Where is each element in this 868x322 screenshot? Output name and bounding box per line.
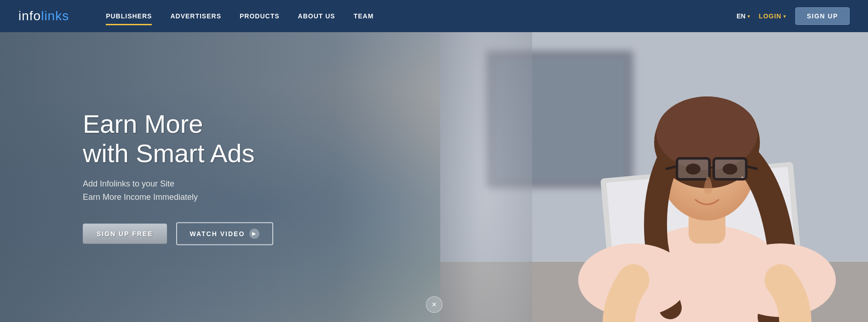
svg-point-19	[686, 164, 701, 175]
scroll-indicator[interactable]: ✕	[426, 296, 443, 313]
nav-publishers[interactable]: PUBLISHERS	[106, 9, 152, 23]
subtext-line1: Add Infolinks to your Site	[83, 179, 174, 188]
nav-team[interactable]: TEAM	[354, 9, 374, 23]
logo[interactable]: infolinks	[18, 9, 69, 23]
svg-point-20	[723, 164, 737, 175]
hero-watch-video-button[interactable]: WATCH VIDEO ▶	[176, 222, 274, 245]
subtext-line2: Earn More Income Immediately	[83, 192, 198, 202]
nav-advertisers[interactable]: ADVERTISERS	[170, 9, 221, 23]
scroll-icon: ✕	[431, 301, 437, 308]
login-label: LOGIN	[759, 12, 782, 20]
headline-line1: Earn More	[83, 109, 203, 138]
hero-section: Earn More with Smart Ads Add Infolinks t…	[0, 32, 868, 322]
hero-signup-button[interactable]: SIGN UP FREE	[83, 224, 167, 244]
nav-products[interactable]: PRODUCTS	[240, 9, 280, 23]
signup-button[interactable]: SIGN UP	[795, 7, 850, 25]
headline-line2: with Smart Ads	[83, 139, 254, 168]
logo-text: infolinks	[18, 9, 69, 23]
hero-headline: Earn More with Smart Ads	[83, 109, 273, 168]
hero-subtext: Add Infolinks to your Site Earn More Inc…	[83, 177, 273, 204]
hero-content: Earn More with Smart Ads Add Infolinks t…	[83, 109, 273, 245]
nav-about-us[interactable]: ABOUT US	[298, 9, 335, 23]
chevron-down-icon: ▾	[783, 14, 786, 19]
login-button[interactable]: LOGIN ▾	[759, 12, 786, 20]
main-nav: PUBLISHERS ADVERTISERS PRODUCTS ABOUT US…	[106, 9, 736, 23]
hero-buttons: SIGN UP FREE WATCH VIDEO ▶	[83, 222, 273, 245]
chevron-down-icon: ▾	[747, 14, 750, 19]
language-selector[interactable]: EN ▾	[736, 12, 749, 20]
hero-image	[440, 32, 868, 322]
play-icon: ▶	[249, 229, 259, 239]
site-header: infolinks PUBLISHERS ADVERTISERS PRODUCT…	[0, 0, 868, 32]
lang-label: EN	[736, 12, 745, 20]
watch-video-label: WATCH VIDEO	[190, 230, 245, 237]
header-right: EN ▾ LOGIN ▾ SIGN UP	[736, 7, 850, 25]
